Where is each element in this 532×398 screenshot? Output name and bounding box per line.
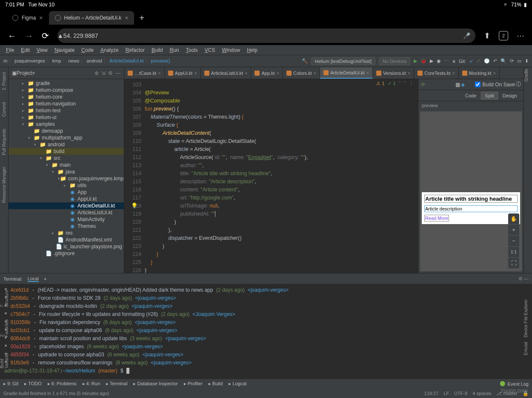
zoom-out-button[interactable]: − [508, 236, 519, 247]
tree-item[interactable]: ◉App [9, 189, 124, 196]
favorites-tab[interactable]: 2: Favorites [0, 318, 9, 338]
inspection-indicators[interactable]: ⚠ 1 ✓ 1 ˆˇ⋮ [376, 81, 414, 86]
tree-item[interactable]: ▾📁android [9, 141, 124, 148]
menu-analyze[interactable]: Analyze [98, 46, 121, 54]
bottom-tool-profiler[interactable]: ▸ Profiler [184, 381, 203, 387]
browser-tab-helium[interactable]: Helium – ArticleDetailUi.k × [49, 11, 134, 25]
project-view-combo[interactable]: ▣ [12, 70, 17, 76]
menu-navigate[interactable]: Navigate [52, 46, 77, 54]
mic-icon[interactable]: 🎤 [463, 32, 470, 39]
structure-tab[interactable]: 7: Structure [0, 288, 9, 309]
menu-edit[interactable]: Edit [18, 46, 32, 54]
tree-item[interactable]: 📁build [9, 148, 124, 155]
avd-icon[interactable]: ▭ [517, 58, 521, 64]
tree-item[interactable]: ▸📁helium-ui [9, 114, 124, 121]
menu-tools[interactable]: Tools [183, 46, 200, 54]
tree-item[interactable]: ▸📁helium-navigation [9, 100, 124, 107]
tree-item[interactable]: ▸📁res [9, 230, 124, 236]
tree-item[interactable]: ◉ArticlesListUi.kt [9, 209, 124, 216]
tree-item[interactable]: ◉Themes [9, 223, 124, 230]
hammer-icon[interactable]: 🔨 [302, 58, 308, 64]
terminal-output[interactable]: * 4cefd1d - (HEAD -> master, origin/mast… [0, 284, 532, 378]
editor-tab[interactable]: Mocking.kt× [459, 67, 500, 79]
tree-item[interactable]: ▾📁com.joaquimverges.kmp [9, 175, 124, 182]
menu-file[interactable]: File [3, 46, 17, 54]
tree-item[interactable]: ▸📁helium-core [9, 94, 124, 100]
emulator-tab[interactable]: Emulat [523, 340, 528, 357]
view-code-button[interactable]: Code [461, 92, 480, 100]
breadcrumb[interactable]: m〉joaquimverges〉kmp〉news〉android〉Article… [3, 58, 170, 64]
preview-canvas[interactable]: Article title with striking headline Art… [420, 111, 522, 271]
sdk-icon[interactable]: ⬇ [525, 58, 529, 64]
locate-icon[interactable]: ⊕ [94, 70, 99, 76]
close-icon[interactable]: × [245, 71, 247, 76]
event-log-button[interactable]: 🟢 Event Log [500, 381, 529, 387]
hide-icon[interactable]: — [115, 70, 120, 76]
settings-icon[interactable]: ⚙ [108, 70, 113, 76]
tree-item[interactable]: ▾📁java [9, 168, 124, 175]
bottom-tool-problems[interactable]: ▸ 6: Problems [48, 381, 77, 387]
sync-icon[interactable]: ⟳ [510, 58, 514, 64]
tree-item[interactable]: 📄AndroidManifest.xml [9, 236, 124, 243]
resource-mgr-tab[interactable]: Resource Manager [2, 165, 6, 205]
project-tool-tab[interactable]: 1: Project [2, 71, 6, 92]
tree-item[interactable]: ▾📁samples [9, 121, 124, 128]
project-tree[interactable]: ▸📁gradle▸📁helium-compose▸📁helium-core▸📁h… [9, 79, 124, 273]
close-icon[interactable]: × [493, 71, 495, 76]
menu-window[interactable]: Window [219, 46, 243, 54]
new-terminal-button[interactable]: + [44, 276, 46, 281]
menu-vcs[interactable]: VCS [202, 46, 218, 54]
search-icon[interactable]: 🔍 [501, 58, 506, 64]
tree-item[interactable]: 📄.gitignore [9, 250, 124, 257]
bottom-tool-build[interactable]: ▸ Build [209, 381, 223, 387]
terminal-tab-local[interactable]: Local [28, 276, 39, 282]
tree-item[interactable]: ◉MainActivity [9, 216, 124, 223]
editor-tab[interactable]: AppUi.kt× [165, 67, 201, 79]
editor-tab[interactable]: App.kt× [251, 67, 283, 79]
tree-item[interactable]: ▾📁main [9, 162, 124, 168]
build-variants-tab[interactable]: Build Variants [0, 347, 9, 370]
pull-requests-tab[interactable]: Pull Requests [2, 127, 6, 157]
attach-icon[interactable]: ⋯ [444, 58, 449, 64]
terminal-settings-icon[interactable]: ⚙ — [518, 276, 529, 281]
stop-icon[interactable]: ■ [452, 59, 455, 64]
indent-info[interactable]: 4 spaces [472, 391, 491, 396]
editor-tab[interactable]: CoreTests.kt× [414, 67, 459, 79]
coverage-icon[interactable]: ▶ [430, 58, 433, 64]
menu-view[interactable]: View [34, 46, 50, 54]
refresh-icon[interactable]: ⟳ [421, 82, 425, 88]
tree-item[interactable]: 📁demoapp [9, 128, 124, 134]
back-button[interactable]: ← [8, 31, 16, 41]
tab-count-button[interactable]: 2 [499, 31, 508, 40]
close-icon[interactable]: × [39, 14, 43, 21]
bottom-tool-databaseinspector[interactable]: ▸ Database Inspector [133, 381, 177, 387]
close-icon[interactable]: × [452, 71, 455, 76]
run-config-combo[interactable]: Helium [testDebugUnitTest] [311, 57, 375, 65]
close-icon[interactable]: × [125, 14, 128, 21]
line-separator[interactable]: LF [443, 391, 449, 396]
tree-item[interactable]: 📄ic_launcher-playstore.png [9, 243, 124, 250]
build-on-save-checkbox[interactable]: Build On Save [475, 82, 515, 88]
zoom-fit-button[interactable]: ⛶ [508, 258, 519, 269]
bottom-tool-todo[interactable]: ▸ TODO [24, 381, 41, 387]
git-history-icon[interactable]: 🕐 [484, 58, 490, 64]
gradle-tool-tab[interactable]: Gradle [524, 67, 529, 85]
run-icon[interactable]: ▶ [414, 58, 417, 64]
forward-button[interactable]: → [25, 31, 33, 41]
bottom-tool-terminal[interactable]: ▸ Terminal [106, 381, 127, 387]
url-bar[interactable]: ▲ 54. 229:8887 🎤 [57, 28, 475, 43]
tree-item[interactable]: ▸📁gradle [9, 80, 124, 87]
collapse-icon[interactable]: ⇲ [101, 70, 106, 76]
browser-tab-figma[interactable]: Figma × [6, 11, 49, 25]
layers-icon[interactable]: ◈ [461, 82, 465, 88]
profiler-icon[interactable]: ◉ [437, 58, 441, 64]
share-icon[interactable]: ⬆ [484, 31, 490, 40]
pan-icon[interactable]: ✋ [508, 213, 519, 225]
new-tab-button[interactable]: + [134, 13, 149, 23]
menu-refactor[interactable]: Refactor [123, 46, 147, 54]
device-combo[interactable]: No Devices [379, 57, 410, 65]
editor-tab[interactable]: ArticlesListUi.kt× [201, 67, 252, 79]
git-rollback-icon[interactable]: ↶ [493, 58, 497, 64]
close-icon[interactable]: × [194, 71, 197, 76]
layout-icon[interactable]: ▦ [455, 82, 460, 88]
